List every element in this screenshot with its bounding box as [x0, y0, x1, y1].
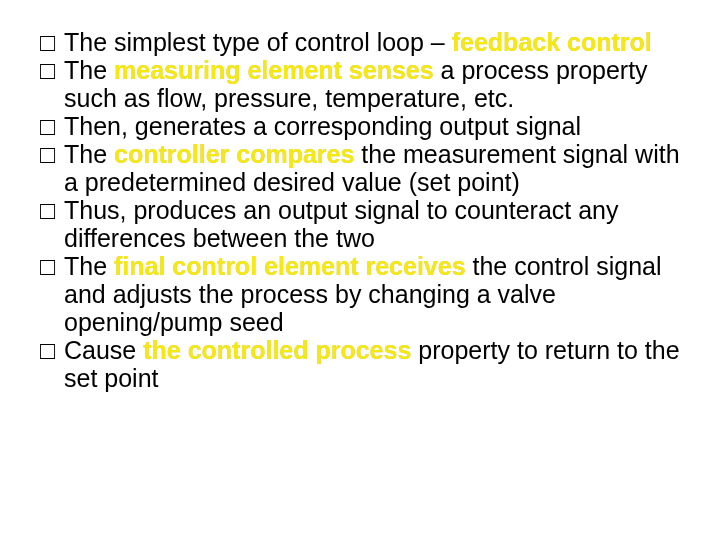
bullet-text-highlight: final control element receives [114, 252, 466, 280]
bullet-square-icon: □ [40, 252, 60, 280]
bullet-text-pre: The [64, 56, 114, 84]
bullet-square-icon: □ [40, 140, 60, 168]
bullet-text-highlight: the controlled process [143, 336, 411, 364]
bullet-list: □ The simplest type of control loop – fe… [40, 28, 680, 392]
list-item: □ The simplest type of control loop – fe… [40, 28, 680, 56]
bullet-text-pre: Then, generates a corresponding output s… [64, 112, 581, 140]
bullet-square-icon: □ [40, 196, 60, 224]
list-item: □ Then, generates a corresponding output… [40, 112, 680, 140]
list-item: □ The final control element receives the… [40, 252, 680, 336]
bullet-square-icon: □ [40, 336, 60, 364]
bullet-square-icon: □ [40, 28, 60, 56]
bullet-text-highlight: feedback control [452, 28, 652, 56]
list-item: □ Thus, produces an output signal to cou… [40, 196, 680, 252]
bullet-text-pre: Cause [64, 336, 143, 364]
bullet-text-pre: The [64, 140, 114, 168]
bullet-square-icon: □ [40, 112, 60, 140]
bullet-text-pre: The simplest type of control loop – [64, 28, 452, 56]
bullet-text-highlight: controller compares [114, 140, 354, 168]
bullet-square-icon: □ [40, 56, 60, 84]
bullet-text-pre: The [64, 252, 114, 280]
list-item: □ The controller compares the measuremen… [40, 140, 680, 196]
bullet-text-pre: Thus, produces an output signal to count… [64, 196, 619, 252]
slide: □ The simplest type of control loop – fe… [0, 0, 720, 540]
list-item: □ Cause the controlled process property … [40, 336, 680, 392]
list-item: □ The measuring element senses a process… [40, 56, 680, 112]
bullet-text-highlight: measuring element senses [114, 56, 434, 84]
